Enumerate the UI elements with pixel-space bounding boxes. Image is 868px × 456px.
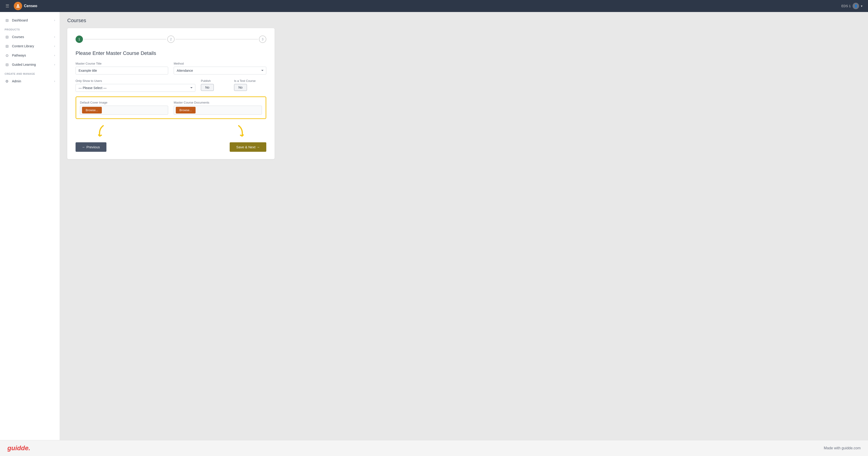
cover-image-input-group: Browse...: [80, 106, 168, 115]
publish-no-btn[interactable]: No: [201, 84, 214, 91]
method-select[interactable]: Attendance Online Blended: [174, 67, 266, 75]
user-label: EDS 1: [841, 4, 851, 8]
sidebar-label-content-library: Content Library: [12, 44, 34, 48]
cover-image-label: Default Cover Image: [80, 101, 168, 104]
step-3: 3: [259, 35, 266, 43]
form-group-only-show: Only Show to Users — Please Select —: [75, 79, 195, 92]
sidebar-item-courses[interactable]: ⊟ Courses ›: [0, 32, 60, 41]
only-show-select[interactable]: — Please Select —: [75, 84, 195, 92]
previous-button[interactable]: ← Previous: [75, 142, 106, 152]
footer-logo: guidde.: [7, 445, 30, 452]
publish-radio-group: No: [201, 84, 228, 91]
dropdown-icon: ▾: [861, 4, 863, 8]
course-docs-input-group: Browse...: [174, 106, 262, 115]
nav-buttons: ← Previous Save & Next →: [75, 142, 266, 152]
form-card: 1 2 3 Please Enter Master Course Details…: [67, 28, 275, 159]
sidebar-item-admin[interactable]: ⚙ Admin ›: [0, 77, 60, 86]
top-nav: ☰ Censeo EDS 1 👤 ▾: [0, 0, 868, 12]
publish-label: Publish: [201, 79, 228, 83]
master-course-title-input[interactable]: [75, 67, 168, 75]
stepper: 1 2 3: [75, 35, 266, 43]
save-next-button[interactable]: Save & Next →: [230, 142, 266, 152]
method-label: Method: [174, 62, 266, 65]
form-group-method: Method Attendance Online Blended: [174, 62, 266, 75]
sidebar-label-dashboard: Dashboard: [12, 19, 28, 22]
left-arrow-indicator: [96, 124, 110, 140]
sidebar-item-content-library[interactable]: ⊟ Content Library ›: [0, 41, 60, 51]
sidebar-item-dashboard[interactable]: ⊟ Dashboard ›: [0, 16, 60, 25]
footer-made-with: Made with guidde.com: [824, 446, 861, 450]
sidebar-section-products: PRODUCTS: [0, 25, 60, 32]
dashboard-icon: ⊟: [5, 18, 9, 23]
chevron-icon: ›: [54, 19, 55, 22]
only-show-label: Only Show to Users: [75, 79, 195, 83]
form-row-1: Master Course Title Method Attendance On…: [75, 62, 266, 75]
step-2: 2: [167, 35, 175, 43]
sidebar-section-create-manage: CREATE AND MANAGE: [0, 69, 60, 77]
form-group-publish: Publish No: [201, 79, 228, 92]
browse-course-docs-btn[interactable]: Browse...: [176, 107, 195, 113]
sidebar-label-pathways: Pathways: [12, 54, 26, 57]
browse-cover-image-btn[interactable]: Browse...: [82, 107, 102, 113]
form-group-title: Master Course Title: [75, 62, 168, 75]
content-library-icon: ⊟: [5, 44, 9, 49]
sidebar-label-admin: Admin: [12, 79, 21, 83]
footer: guidde. Made with guidde.com: [0, 440, 868, 456]
logo-area: Censeo: [14, 2, 37, 10]
course-docs-label: Master Course Documents: [174, 101, 262, 104]
guided-learning-icon: ⊟: [5, 62, 9, 67]
user-menu[interactable]: EDS 1 👤 ▾: [841, 3, 863, 9]
form-row-2: Only Show to Users — Please Select — Pub…: [75, 79, 266, 92]
admin-icon: ⚙: [5, 79, 9, 84]
courses-icon: ⊟: [5, 35, 9, 39]
sidebar-item-pathways[interactable]: ⊙ Pathways ›: [0, 51, 60, 60]
sidebar-item-guided-learning[interactable]: ⊟ Guided Learning ›: [0, 60, 60, 69]
avatar: 👤: [852, 3, 859, 9]
form-group-test-course: Is a Test Course No: [234, 79, 266, 92]
master-course-title-label: Master Course Title: [75, 62, 168, 65]
right-arrow-indicator: [232, 124, 246, 140]
highlighted-section: Default Cover Image Browse... Master Cou…: [75, 96, 266, 119]
content-area: Courses 1 2 3 Please Enter Master Course…: [60, 12, 868, 440]
form-group-cover-image: Default Cover Image Browse...: [80, 101, 168, 115]
logo-icon: [14, 2, 22, 10]
hamburger-icon[interactable]: ☰: [5, 3, 9, 8]
svg-point-2: [19, 6, 19, 7]
sidebar: ⊟ Dashboard › PRODUCTS ⊟ Courses › ⊟ Con…: [0, 12, 60, 440]
pathways-icon: ⊙: [5, 53, 9, 58]
chevron-icon: ›: [54, 35, 55, 38]
chevron-icon: ›: [54, 80, 55, 83]
page-title: Courses: [67, 18, 861, 24]
sidebar-label-guided-learning: Guided Learning: [12, 63, 36, 66]
logo-text: Censeo: [24, 4, 37, 8]
test-course-radio-group: No: [234, 84, 266, 91]
is-test-course-label: Is a Test Course: [234, 79, 266, 83]
step-line-1: [84, 39, 166, 39]
svg-point-0: [17, 4, 19, 6]
form-group-course-docs: Master Course Documents Browse...: [174, 101, 262, 115]
chevron-icon: ›: [54, 63, 55, 66]
step-1: 1: [75, 35, 83, 43]
chevron-icon: ›: [54, 54, 55, 57]
step-line-2: [176, 39, 258, 39]
chevron-icon: ›: [54, 45, 55, 48]
form-heading: Please Enter Master Course Details: [75, 50, 266, 56]
svg-point-1: [17, 6, 18, 7]
form-row-files: Default Cover Image Browse... Master Cou…: [80, 101, 262, 115]
test-course-no-btn[interactable]: No: [234, 84, 247, 91]
sidebar-label-courses: Courses: [12, 35, 24, 39]
